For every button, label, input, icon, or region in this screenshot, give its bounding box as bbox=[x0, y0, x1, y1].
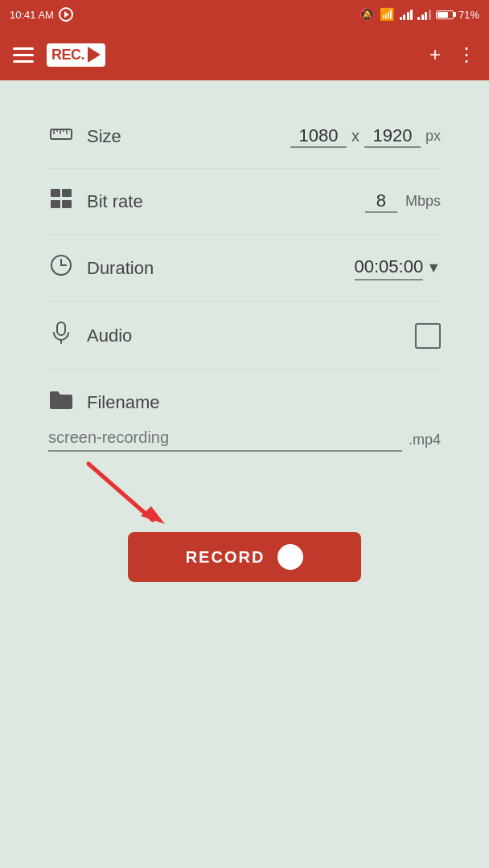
bell-icon: 🔕 bbox=[360, 7, 375, 22]
size-height-input[interactable] bbox=[364, 125, 421, 148]
logo-text: REC. bbox=[51, 47, 84, 63]
record-button[interactable]: RECORD bbox=[128, 532, 361, 582]
size-separator: x bbox=[351, 127, 360, 145]
filename-extension: .mp4 bbox=[409, 432, 441, 448]
filename-section: Filename .mp4 bbox=[48, 370, 441, 452]
bitrate-row: Bit rate Mbps bbox=[48, 169, 441, 235]
size-label-text: Size bbox=[87, 126, 121, 147]
add-button[interactable]: + bbox=[429, 43, 441, 66]
duration-label-group: Duration bbox=[48, 254, 154, 282]
arrow-container bbox=[48, 460, 441, 532]
dropdown-arrow-icon: ▼ bbox=[426, 260, 441, 276]
size-row: Size x px bbox=[48, 104, 441, 169]
size-label-group: Size bbox=[48, 124, 121, 149]
duration-label-text: Duration bbox=[87, 258, 154, 279]
bitrate-unit-label: Mbps bbox=[405, 193, 441, 210]
microphone-icon bbox=[48, 321, 74, 350]
filename-input[interactable] bbox=[48, 428, 402, 452]
svg-rect-8 bbox=[51, 200, 60, 208]
record-dot-icon bbox=[277, 544, 303, 570]
size-unit-label: px bbox=[425, 128, 441, 145]
time-label: 10:41 AM bbox=[10, 9, 54, 21]
duration-row: Duration 00:05:00 ▼ bbox=[48, 235, 441, 302]
app-logo: REC. bbox=[47, 43, 105, 67]
toolbar-right: + ⋮ bbox=[429, 43, 476, 66]
svg-rect-9 bbox=[62, 200, 72, 208]
logo-play-icon bbox=[88, 47, 101, 63]
audio-label-group: Audio bbox=[48, 321, 132, 350]
bitrate-label-text: Bit rate bbox=[87, 191, 143, 212]
annotation-arrow bbox=[64, 460, 225, 532]
bitrate-label-group: Bit rate bbox=[48, 188, 143, 215]
toolbar-left: REC. bbox=[13, 43, 105, 67]
main-content: Size x px Bit rate Mbps bbox=[0, 80, 489, 868]
svg-rect-13 bbox=[57, 322, 65, 335]
more-options-button[interactable]: ⋮ bbox=[457, 43, 476, 66]
size-icon bbox=[48, 124, 74, 149]
duration-value-label: 00:05:00 bbox=[355, 256, 424, 280]
status-right: 🔕 📶 71% bbox=[360, 7, 479, 22]
svg-line-15 bbox=[88, 464, 153, 520]
signal-bars-1 bbox=[400, 9, 413, 20]
status-bar: 10:41 AM 🔕 📶 71% bbox=[0, 0, 489, 29]
bitrate-input[interactable] bbox=[365, 190, 397, 213]
audio-checkbox[interactable] bbox=[415, 323, 441, 349]
wifi-icon: 📶 bbox=[380, 7, 395, 22]
audio-label-text: Audio bbox=[87, 326, 132, 346]
filename-label-text: Filename bbox=[87, 392, 159, 413]
filename-label-group: Filename bbox=[48, 389, 441, 416]
bitrate-icon bbox=[48, 188, 74, 215]
folder-icon bbox=[48, 389, 74, 416]
clock-icon bbox=[48, 254, 74, 282]
audio-row: Audio bbox=[48, 302, 441, 370]
record-label: RECORD bbox=[186, 548, 265, 567]
play-status-icon bbox=[59, 7, 73, 22]
size-width-input[interactable] bbox=[290, 125, 347, 148]
filename-row: .mp4 bbox=[48, 428, 441, 452]
signal-bars-2 bbox=[417, 9, 431, 20]
svg-rect-6 bbox=[51, 189, 60, 197]
size-inputs: x px bbox=[290, 125, 441, 148]
status-left: 10:41 AM bbox=[10, 7, 73, 22]
toolbar: REC. + ⋮ bbox=[0, 29, 489, 80]
hamburger-menu[interactable] bbox=[13, 47, 34, 63]
bitrate-value-group: Mbps bbox=[365, 190, 441, 213]
duration-dropdown[interactable]: 00:05:00 ▼ bbox=[355, 256, 441, 280]
svg-rect-7 bbox=[62, 189, 72, 197]
battery-icon bbox=[436, 10, 454, 19]
battery-label: 71% bbox=[458, 9, 479, 21]
